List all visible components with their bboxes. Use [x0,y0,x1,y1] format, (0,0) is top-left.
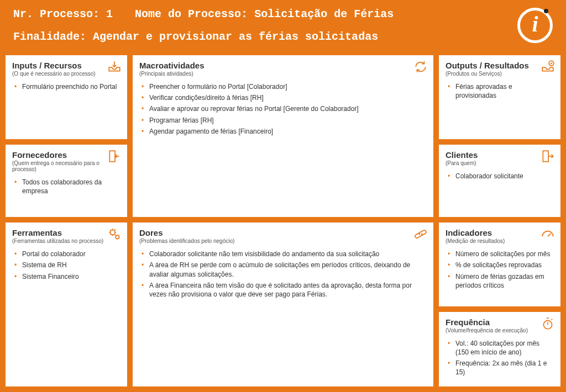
card-list: Todos os colaboradores da empresa [12,178,120,195]
gauge-icon [541,227,555,241]
card-clientes: Clientes (Para quem) Colaborador solicit… [439,145,560,218]
finalidade-value: Agendar e provisionar as férias solicita… [93,30,378,43]
card-title: Clientes [446,150,554,160]
list-item: Avaliar e aprovar ou reprovar férias no … [142,104,427,113]
nr-label: Nr. Processo: [13,8,99,20]
card-title: Outputs / Resultados [446,61,554,70]
stopwatch-icon [541,316,555,331]
process-number: Nr. Processo: 1 [13,8,113,20]
list-item: Vol.: 40 solicitações por mês (150 em in… [448,339,554,357]
card-subtitle: (Ferramentas utilizadas no processo) [12,238,120,244]
logo-letter-icon: i [532,13,538,35]
card-dores: Dores (Problemas identificados pelo negó… [133,223,433,386]
canvas-grid: Inputs / Recursos (O que é necessário ao… [6,55,560,386]
list-item: Verificar condições/direito à férias [RH… [142,93,427,102]
svg-rect-2 [543,151,548,162]
inbox-icon [107,60,122,74]
card-title: Macroatividades [139,61,427,70]
process-header: Nr. Processo: 1 Nome do Processo: Solici… [0,0,566,47]
list-item: Agendar pagamento de férias [Financeiro] [142,127,427,136]
svg-rect-5 [415,230,427,239]
card-title: Indicadores [446,228,554,237]
card-indicadores: Indicadores (Medição de resultados) Núme… [439,223,560,306]
card-title: Ferramentas [12,228,120,237]
list-item: Número de férias gozadas em períodos crí… [448,272,554,290]
list-item: Sistema de RH [14,261,120,269]
card-frequencia: Frequência (Volume/frequência de execuçã… [439,312,560,386]
list-item: A área de RH se perde com o acúmulo de s… [142,261,427,278]
card-fornecedores: Fornecedores (Quem entrega o necessário … [6,145,127,218]
card-list: Vol.: 40 solicitações por mês (150 em in… [446,339,554,377]
nr-value: 1 [106,8,113,20]
list-item: Férias aprovadas e provisionadas [448,82,554,100]
svg-point-6 [419,234,420,234]
svg-rect-1 [109,151,115,162]
card-macroatividades: Macroatividades (Principais atividades) … [133,55,433,217]
bandage-icon [413,227,428,241]
card-list: Número de solicitações por mês% de solic… [446,250,554,290]
door-in-icon [107,149,122,163]
card-subtitle: (Volume/frequência de execução) [446,327,554,333]
card-list: Portal do colaboradorSistema de RHSistem… [12,250,120,281]
card-list: Colaborador solicitante não tem visisbil… [139,250,427,299]
card-list: Preencher o formulário no Portal [Colabo… [139,82,427,136]
list-item: Frequência: 2x ao mês (dia 1 e 15) [448,359,554,377]
door-out-icon [541,149,555,163]
nome-label: Nome do Processo: [135,8,248,20]
list-item: Formulário preenchido no Portal [14,82,120,91]
card-title: Fornecedores [12,150,120,160]
cycle-icon [413,60,428,74]
list-item: Colaborador solicitante não tem visisbil… [142,250,427,258]
card-inputs: Inputs / Recursos (O que é necessário ao… [6,55,127,139]
card-subtitle: (Medição de resultados) [446,238,554,244]
card-outputs: Outputs / Resultados (Produtos ou Serviç… [439,55,560,139]
card-subtitle: (Quem entrega o necessário para o proces… [12,160,120,172]
brand-logo: i [517,8,553,43]
card-subtitle: (O que é necessário ao processo) [12,71,120,77]
card-ferramentas: Ferramentas (Ferramentas utilizadas no p… [6,223,127,386]
list-item: % de solicitações reprovadas [448,261,554,269]
list-item: Colaborador solicitante [448,172,554,181]
process-name: Nome do Processo: Solicitação de Férias [135,8,394,20]
card-title: Frequência [446,317,554,327]
list-item: Sistema Financeiro [14,272,120,281]
list-item: Número de solicitações por mês [448,250,554,258]
process-purpose: Finalidade: Agendar e provisionar as fér… [13,30,553,43]
list-item: Programar férias [RH] [142,116,427,125]
card-subtitle: (Principais atividades) [139,71,427,77]
list-item: A área Financeira não tem visão do que é… [142,281,427,299]
card-list: Férias aprovadas e provisionadas [446,82,554,100]
outbox-check-icon [541,60,555,74]
card-subtitle: (Produtos ou Serviços) [446,71,554,77]
card-subtitle: (Para quem) [446,160,554,166]
gears-icon [107,227,122,241]
card-title: Dores [139,228,427,237]
nome-value: Solicitação de Férias [254,8,394,20]
card-list: Formulário preenchido no Portal [12,82,120,91]
card-title: Inputs / Recursos [12,61,120,70]
svg-point-7 [422,234,422,234]
finalidade-label: Finalidade: [13,30,86,43]
list-item: Portal do colaborador [14,250,120,258]
svg-point-4 [116,235,119,239]
list-item: Preencher o formulário no Portal [Colabo… [142,82,427,91]
card-subtitle: (Problemas identificados pelo negócio) [139,238,427,244]
card-list: Colaborador solicitante [446,172,554,181]
list-item: Todos os colaboradores da empresa [14,178,120,195]
